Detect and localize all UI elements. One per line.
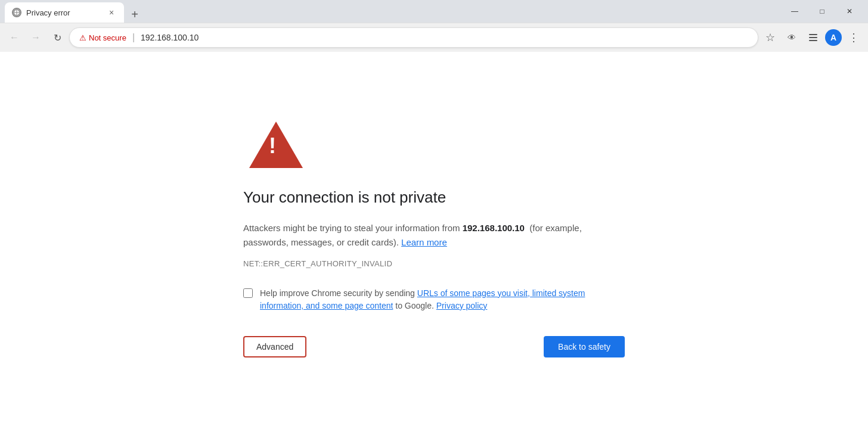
advanced-button[interactable]: Advanced bbox=[243, 336, 306, 357]
bookmark-button[interactable]: ☆ bbox=[761, 28, 780, 47]
checkbox-text-before: Help improve Chrome security by sending bbox=[260, 288, 417, 298]
error-title: Your connection is not private bbox=[243, 188, 446, 207]
reload-button[interactable]: ↻ bbox=[48, 28, 67, 47]
warning-triangle-icon: ⚠ bbox=[79, 33, 86, 42]
back-button[interactable]: ← bbox=[5, 28, 24, 47]
not-secure-label: Not secure bbox=[89, 33, 126, 42]
back-to-safety-button[interactable]: Back to safety bbox=[544, 336, 625, 357]
tab-close-button[interactable]: × bbox=[106, 7, 117, 18]
forward-button[interactable]: → bbox=[26, 28, 45, 47]
new-tab-button[interactable]: + bbox=[126, 6, 143, 23]
security-warning: ⚠ Not secure bbox=[79, 33, 126, 42]
close-window-button[interactable]: ✕ bbox=[836, 0, 863, 23]
tab-favicon bbox=[12, 8, 21, 17]
tab-area: Privacy error × + bbox=[5, 0, 143, 23]
error-code: NET::ERR_CERT_AUTHORITY_INVALID bbox=[243, 259, 392, 268]
browser-content: Your connection is not private Attackers… bbox=[0, 52, 868, 426]
tab-title: Privacy error bbox=[26, 8, 101, 17]
navigation-bar: ← → ↻ ⚠ Not secure | 192.168.100.10 ☆ 👁 … bbox=[0, 23, 868, 52]
privacy-policy-link[interactable]: Privacy policy bbox=[436, 301, 488, 310]
profile-button[interactable]: A bbox=[825, 29, 842, 46]
error-container: Your connection is not private Attackers… bbox=[219, 98, 649, 381]
browser-tab[interactable]: Privacy error × bbox=[5, 2, 124, 23]
error-description: Attackers might be trying to steal your … bbox=[243, 221, 625, 250]
error-domain: 192.168.100.10 bbox=[463, 223, 525, 233]
extensions-button[interactable]: 👁 bbox=[782, 28, 801, 47]
address-bar[interactable]: ⚠ Not secure | 192.168.100.10 bbox=[69, 27, 758, 48]
chrome-security-checkbox[interactable] bbox=[243, 288, 253, 298]
url-display: 192.168.100.10 bbox=[141, 33, 199, 42]
maximize-button[interactable]: □ bbox=[808, 0, 836, 23]
warning-triangle bbox=[249, 122, 303, 170]
chrome-security-checkbox-area: Help improve Chrome security by sending … bbox=[243, 287, 625, 312]
svg-rect-4 bbox=[809, 37, 817, 38]
title-bar: Privacy error × + — □ ✕ bbox=[0, 0, 868, 23]
checkbox-text-after: to Google. bbox=[393, 301, 436, 310]
buttons-area: Advanced Back to safety bbox=[243, 336, 625, 357]
nav-right-icons: ☆ 👁 A ⋮ bbox=[761, 28, 863, 47]
svg-rect-3 bbox=[809, 34, 817, 35]
menu-button[interactable]: ⋮ bbox=[844, 28, 863, 47]
svg-rect-5 bbox=[809, 40, 817, 41]
window-controls: — □ ✕ bbox=[781, 0, 863, 23]
minimize-button[interactable]: — bbox=[781, 0, 808, 23]
extensions2-button[interactable] bbox=[804, 28, 823, 47]
learn-more-link[interactable]: Learn more bbox=[401, 237, 447, 247]
url-separator: | bbox=[132, 32, 135, 43]
triangle-icon bbox=[249, 122, 303, 168]
description-before: Attackers might be trying to steal your … bbox=[243, 223, 463, 233]
checkbox-label: Help improve Chrome security by sending … bbox=[260, 287, 625, 312]
